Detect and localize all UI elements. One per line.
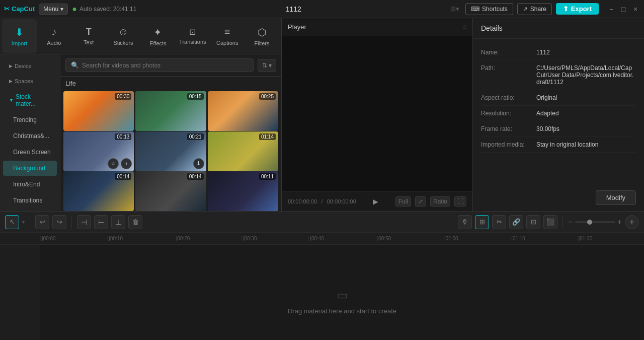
zoom-thumb[interactable]: [587, 220, 592, 225]
player-fullscreen-button[interactable]: ⛶: [454, 196, 466, 207]
player-time-current: 00:00:00:00: [288, 198, 317, 205]
search-input[interactable]: [82, 62, 248, 69]
media-thumb-4[interactable]: 00:13 ☆ +: [63, 131, 134, 171]
minimize-button[interactable]: −: [607, 5, 616, 14]
toolbar-separator-2: [71, 216, 72, 228]
timeline-tracks[interactable]: ▭ Drag material here and start to create: [40, 245, 644, 340]
tool-captions[interactable]: ≡ Captions: [210, 19, 245, 53]
timeline-link-button[interactable]: 🔗: [509, 215, 523, 229]
timeline-undo-button[interactable]: ↩: [35, 215, 49, 229]
timeline-clip-button[interactable]: ✂: [492, 215, 506, 229]
player-ratio-button[interactable]: Ratio: [430, 196, 450, 207]
thumb-add-button-4[interactable]: +: [121, 158, 132, 169]
export-button[interactable]: ⬆ Export: [556, 3, 599, 15]
sidebar-item-spaces[interactable]: ▶ Spaces: [3, 74, 57, 88]
zoom-out-button[interactable]: −: [568, 218, 573, 227]
share-button[interactable]: ↗ Share: [517, 3, 552, 15]
timeline-screen-button[interactable]: ⬛: [543, 215, 557, 229]
main-toolbar: ⬇ Import ♪ Audio T Text ☺ Stickers ✦ E: [0, 18, 281, 54]
title-bar: ✂ CapCut Menu ▾ ● Auto saved: 20:41:11 1…: [0, 0, 644, 18]
shortcuts-button[interactable]: ⌨ Shortcuts: [465, 3, 513, 15]
player-canvas: [282, 36, 472, 191]
tool-transitions[interactable]: ⊡ Transitions: [175, 19, 210, 53]
sidebar-item-background[interactable]: Background: [3, 161, 57, 176]
search-input-wrap[interactable]: 🔍: [65, 58, 254, 72]
sidebar-item-transitions[interactable]: Transitions: [3, 193, 57, 208]
tool-effects[interactable]: ✦ Effects: [141, 19, 176, 53]
media-thumb-3[interactable]: 00:25: [208, 91, 278, 131]
thumb-duration-5: 00:21: [187, 133, 204, 140]
split-right-icon: ⊢: [98, 218, 104, 226]
media-thumb-6[interactable]: 01:14: [208, 131, 278, 171]
ruler-mark-8: |01:20: [577, 236, 644, 241]
sidebar-item-device[interactable]: ▶ Device: [3, 59, 57, 73]
filter-button[interactable]: ⇅ ▾: [258, 59, 276, 72]
thumb-duration-2: 00:15: [187, 93, 204, 100]
split-left-icon: ⊣: [81, 218, 87, 226]
timeline-redo-button[interactable]: ↪: [52, 215, 66, 229]
tool-text[interactable]: T Text: [71, 19, 106, 53]
select-dropdown[interactable]: ▾: [22, 219, 25, 225]
link-icon: 🔗: [512, 218, 520, 226]
tool-filters[interactable]: ⬡ Filters: [245, 19, 279, 53]
timeline-pip-button[interactable]: ⊡: [526, 215, 540, 229]
sidebar-item-green-screen[interactable]: Green Screen: [3, 145, 57, 160]
thumb-star-button-4[interactable]: ☆: [108, 158, 119, 169]
transitions-icon: ⊡: [189, 27, 196, 37]
sidebar-item-trending[interactable]: Trending: [3, 112, 57, 127]
text-icon: T: [86, 27, 92, 37]
menu-button[interactable]: Menu ▾: [39, 4, 68, 15]
zoom-in-button[interactable]: +: [617, 218, 622, 227]
timeline-zoom-controls: − +: [568, 218, 622, 227]
captions-icon: ≡: [224, 26, 230, 38]
ruler-mark-6: |01:00: [443, 236, 510, 241]
media-thumb-5[interactable]: 00:21 ⬇: [135, 131, 206, 171]
modify-button[interactable]: Modify: [596, 190, 636, 205]
sidebar-item-christmas[interactable]: Christmas&...: [3, 128, 57, 144]
timeline-mic-button[interactable]: 🎙: [458, 215, 472, 229]
media-thumb-2[interactable]: 00:15: [135, 91, 206, 131]
timeline-split-right-button[interactable]: ⊢: [94, 215, 108, 229]
toolbar-separator-1: [30, 216, 30, 228]
timeline-toolbar: ↖ ▾ ↩ ↪ ⊣ ⊢ ⊥ 🗑 🎙: [0, 212, 644, 233]
close-button[interactable]: ×: [631, 5, 640, 14]
details-panel: Details Name: 1112 Path: C:/Users/PMLS/A…: [473, 18, 644, 211]
timeline-split-button[interactable]: ⊥: [111, 215, 125, 229]
media-thumb-8[interactable]: 00:14: [135, 171, 206, 211]
timeline-select-tool[interactable]: ↖: [5, 215, 19, 229]
detail-row-resolution: Resolution: Adapted: [481, 106, 636, 121]
timeline-add-button[interactable]: +: [625, 215, 639, 229]
tool-stickers[interactable]: ☺ Stickers: [106, 19, 141, 53]
detail-value-aspect: Original: [536, 94, 557, 101]
detail-value-framerate: 30.00fps: [536, 125, 559, 132]
media-thumb-1[interactable]: 00:30: [63, 91, 134, 131]
player-menu-icon[interactable]: ≡: [462, 23, 466, 31]
timeline-delete-button[interactable]: 🗑: [128, 215, 142, 229]
player-play-button[interactable]: ▶: [373, 197, 378, 206]
ruler-mark-1: |00:10: [107, 236, 174, 241]
player-full-button[interactable]: Full: [395, 196, 411, 207]
media-thumb-9[interactable]: 00:11: [208, 171, 278, 211]
sidebar-item-intro-end[interactable]: Intro&End: [3, 177, 57, 192]
timeline-split-left-button[interactable]: ⊣: [77, 215, 91, 229]
player-expand-button[interactable]: ⤢: [415, 196, 426, 207]
media-thumb-7[interactable]: 00:14: [63, 171, 134, 211]
select-icon: ↖: [10, 218, 15, 226]
detail-value-imported: Stay in original location: [536, 141, 598, 148]
layout-icon[interactable]: ⊞▾: [450, 5, 459, 13]
filters-icon: ⬡: [258, 26, 266, 38]
ruler-mark-4: |00:40: [308, 236, 375, 241]
zoom-slider[interactable]: [575, 221, 615, 223]
thumb-download-button-5[interactable]: ⬇: [193, 158, 204, 169]
thumb-duration-9: 00:11: [259, 173, 276, 180]
timeline-magnet-button[interactable]: ⊞: [475, 215, 489, 229]
detail-label-path: Path:: [481, 64, 536, 86]
tool-audio[interactable]: ♪ Audio: [37, 19, 71, 53]
import-icon: ⬇: [15, 26, 24, 38]
tool-import[interactable]: ⬇ Import: [2, 19, 37, 53]
sidebar-item-stock-material[interactable]: ▼ Stock mater...: [3, 89, 57, 111]
maximize-button[interactable]: □: [619, 5, 628, 14]
ruler-mark-2: |00:20: [175, 236, 242, 241]
ruler-mark-3: |00:30: [242, 236, 308, 241]
media-grid: 00:30 00:15 00:25 00:1: [60, 90, 281, 211]
